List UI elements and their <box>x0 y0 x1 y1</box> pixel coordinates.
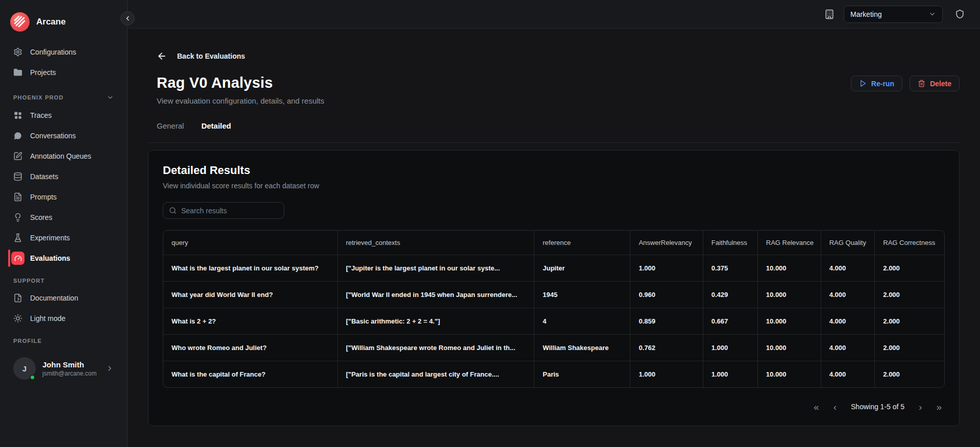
arcane-logo-icon <box>10 12 30 32</box>
table-cell: What is 2 + 2? <box>163 308 337 335</box>
column-header[interactable]: Faithfulness <box>703 231 757 255</box>
sidebar-item-evaluations[interactable]: Evaluations <box>8 248 119 268</box>
chevron-down-icon <box>107 94 114 101</box>
delete-button[interactable]: Delete <box>910 76 960 91</box>
table-row[interactable]: What is the largest planet in our solar … <box>163 255 944 282</box>
detailed-results-card: Detailed Results View individual score r… <box>148 150 960 426</box>
search-box <box>163 202 284 219</box>
table-cell: ["Jupiter is the largest planet in our s… <box>337 255 534 282</box>
table-cell: 10.000 <box>757 282 821 308</box>
lightbulb-icon <box>13 213 22 222</box>
back-label: Back to Evaluations <box>177 52 245 60</box>
table-cell: 4.000 <box>821 361 875 388</box>
table-row[interactable]: What year did World War II end?["World W… <box>163 282 944 308</box>
column-header[interactable]: AnswerRelevancy <box>630 231 703 255</box>
table-cell: William Shakespeare <box>534 335 630 361</box>
table-cell: ["Basic arithmetic: 2 + 2 = 4."] <box>337 308 534 335</box>
table-row[interactable]: Who wrote Romeo and Juliet?["William Sha… <box>163 335 944 361</box>
pagination-next-button[interactable]: › <box>919 402 922 412</box>
card-title: Detailed Results <box>163 164 945 177</box>
column-header[interactable]: query <box>163 231 337 255</box>
table-cell: 0.960 <box>630 282 703 308</box>
sidebar-section-project[interactable]: PHOENIX PROD <box>8 94 119 101</box>
sidebar-item-conversations[interactable]: Conversations <box>8 126 119 146</box>
sidebar-section-support: SUPPORT <box>8 278 119 284</box>
column-header[interactable]: RAG Correctness <box>875 231 944 255</box>
table-cell: 4.000 <box>821 335 875 361</box>
chevron-down-icon <box>928 10 936 18</box>
sidebar-item-datasets[interactable]: Datasets <box>8 166 119 187</box>
pagination-label: Showing 1-5 of 5 <box>851 403 904 411</box>
sidebar-item-label: Scores <box>30 213 53 221</box>
card-subtitle: View individual score results for each d… <box>163 182 945 190</box>
table-cell: ["World War II ended in 1945 when Japan … <box>337 282 534 308</box>
table-cell: 2.000 <box>875 308 944 335</box>
page-header: Back to Evaluations Rag V0 Analysis View… <box>148 51 960 130</box>
database-icon <box>13 172 22 181</box>
sidebar-item-configurations[interactable]: Configurations <box>8 42 119 62</box>
tab-general[interactable]: General <box>157 121 184 130</box>
table-cell: 4 <box>534 308 630 335</box>
table-cell: 0.762 <box>630 335 703 361</box>
column-header[interactable]: retrieved_contexts <box>337 231 534 255</box>
column-header[interactable]: RAG Relevance <box>757 231 821 255</box>
back-to-evaluations-link[interactable]: Back to Evaluations <box>157 51 960 61</box>
sidebar-item-annotation-queues[interactable]: Annotation Queues <box>8 146 119 166</box>
search-input[interactable] <box>181 207 278 215</box>
column-header[interactable]: RAG Quality <box>821 231 875 255</box>
column-header[interactable]: reference <box>534 231 630 255</box>
profile-text: John Smith jsmith@arcane.com <box>42 360 99 377</box>
results-table: query retrieved_contexts reference Answe… <box>163 230 945 388</box>
profile-card[interactable]: J John Smith jsmith@arcane.com <box>8 351 119 386</box>
results-table-body: What is the largest planet in our solar … <box>163 255 944 388</box>
sun-icon <box>13 314 22 323</box>
flask-icon <box>13 233 22 242</box>
project-section-label: PHOENIX PROD <box>13 94 64 101</box>
table-cell: 2.000 <box>875 361 944 388</box>
table-cell: What year did World War II end? <box>163 282 337 308</box>
table-row[interactable]: What is 2 + 2?["Basic arithmetic: 2 + 2 … <box>163 308 944 335</box>
page-content: Back to Evaluations Rag V0 Analysis View… <box>128 29 980 447</box>
pagination-last-button[interactable]: » <box>936 402 942 412</box>
sidebar-item-documentation[interactable]: Documentation <box>8 288 119 308</box>
annotation-icon <box>13 152 22 161</box>
rerun-button[interactable]: Re-run <box>851 76 902 91</box>
rerun-label: Re-run <box>871 80 894 88</box>
avatar: J <box>13 357 36 380</box>
table-header-row: query retrieved_contexts reference Answe… <box>163 231 944 255</box>
tabs: General Detailed <box>157 121 960 130</box>
support-section-label: SUPPORT <box>13 278 45 284</box>
play-icon <box>859 80 867 87</box>
sidebar-item-light-mode[interactable]: Light mode <box>8 308 119 329</box>
sidebar-item-traces[interactable]: Traces <box>8 105 119 126</box>
table-cell: 0.859 <box>630 308 703 335</box>
table-cell: 2.000 <box>875 335 944 361</box>
sidebar-item-scores[interactable]: Scores <box>8 207 119 228</box>
shield-icon[interactable] <box>955 9 965 19</box>
table-cell: What is the capital of France? <box>163 361 337 388</box>
results-table-head: query retrieved_contexts reference Answe… <box>163 231 944 255</box>
table-row[interactable]: What is the capital of France?["Paris is… <box>163 361 944 388</box>
brand: Arcane <box>0 0 127 42</box>
sidebar-item-prompts[interactable]: Prompts <box>8 187 119 207</box>
sidebar-item-projects[interactable]: Projects <box>8 62 119 83</box>
collapse-sidebar-button[interactable] <box>120 11 135 26</box>
chat-bubble-icon <box>13 131 22 140</box>
table-cell: 1.000 <box>630 361 703 388</box>
sidebar-item-label: Documentation <box>30 294 78 302</box>
main-region: Marketing Back to Evaluations <box>128 0 980 447</box>
sidebar-item-experiments[interactable]: Experiments <box>8 228 119 248</box>
table-cell: 0.375 <box>703 255 757 282</box>
org-selector[interactable]: Marketing <box>844 6 943 23</box>
sidebar-item-label: Projects <box>30 68 56 77</box>
table-cell: 10.000 <box>757 335 821 361</box>
arrow-left-icon <box>157 51 167 61</box>
table-cell: 2.000 <box>875 255 944 282</box>
pagination-prev-button[interactable]: ‹ <box>834 402 837 412</box>
pagination-first-button[interactable]: « <box>814 402 819 412</box>
building-icon[interactable] <box>824 9 835 19</box>
folder-icon <box>13 68 22 77</box>
tab-detailed[interactable]: Detailed <box>201 121 231 130</box>
sidebar-item-label: Light mode <box>30 314 65 322</box>
topbar: Marketing <box>128 0 980 29</box>
